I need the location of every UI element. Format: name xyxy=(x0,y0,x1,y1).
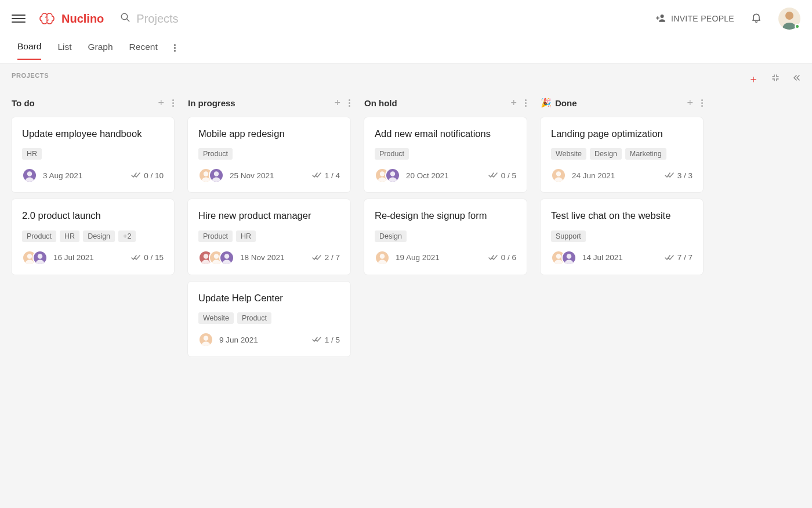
progress-text: 0 / 10 xyxy=(144,171,164,180)
card-tags: ProductHRDesign+2 xyxy=(22,230,164,242)
checklist-icon xyxy=(665,254,674,261)
svg-point-2 xyxy=(661,15,664,18)
column-title: In progress xyxy=(188,98,235,108)
avatar xyxy=(22,168,37,183)
column-menu-icon[interactable] xyxy=(701,99,703,107)
progress-text: 1 / 4 xyxy=(325,171,340,180)
tag: Product xyxy=(237,312,271,324)
notifications-button[interactable] xyxy=(751,12,762,26)
tag: HR xyxy=(236,230,256,242)
column-menu-icon[interactable] xyxy=(525,99,527,107)
progress-text: 1 / 5 xyxy=(325,336,340,344)
tag: Product xyxy=(22,230,56,242)
svg-point-3 xyxy=(785,12,793,20)
column-title: To do xyxy=(12,98,35,108)
svg-point-13 xyxy=(214,172,219,176)
invite-label: INVITE PEOPLE xyxy=(671,14,734,23)
tab-graph[interactable]: Graph xyxy=(88,42,113,59)
card-title: 2.0 product launch xyxy=(22,210,164,222)
tag: Website xyxy=(551,148,586,160)
avatar xyxy=(385,168,400,183)
column-menu-icon[interactable] xyxy=(172,99,174,107)
card-date: 18 Nov 2021 xyxy=(240,253,285,262)
card-title: Landing page optimization xyxy=(551,128,693,140)
board-card[interactable]: 2.0 product launchProductHRDesign+216 Ju… xyxy=(12,199,174,274)
card-progress: 0 / 15 xyxy=(131,253,164,262)
column-title: Done xyxy=(555,98,577,108)
progress-text: 0 / 6 xyxy=(501,253,516,262)
svg-point-31 xyxy=(556,254,561,258)
avatar xyxy=(561,250,577,265)
checklist-icon xyxy=(665,172,674,179)
board-card[interactable]: Re-design the signup formDesign19 Aug 20… xyxy=(364,199,527,274)
card-tags: Product xyxy=(198,148,340,160)
checklist-icon xyxy=(312,254,321,261)
card-avatars xyxy=(198,332,213,347)
board-card[interactable]: Update Help CenterWebsiteProduct9 Jun 20… xyxy=(188,282,350,356)
add-card-button[interactable]: + xyxy=(510,98,517,108)
add-column-button[interactable]: ＋ xyxy=(748,72,759,86)
card-progress: 3 / 3 xyxy=(665,171,693,180)
board-column: To do+Update employee handbookHR3 Aug 20… xyxy=(12,98,174,363)
svg-point-11 xyxy=(204,172,208,176)
svg-point-27 xyxy=(380,254,385,258)
card-title: Add new email notifications xyxy=(375,128,516,140)
card-date: 19 Aug 2021 xyxy=(396,253,440,262)
svg-point-19 xyxy=(224,254,229,258)
card-avatars xyxy=(551,250,577,265)
avatar xyxy=(375,250,390,265)
card-tags: ProductHR xyxy=(198,230,340,242)
card-progress: 7 / 7 xyxy=(665,253,693,262)
user-avatar[interactable] xyxy=(778,8,800,30)
add-card-button[interactable]: + xyxy=(158,98,164,108)
menu-button[interactable] xyxy=(12,12,26,26)
card-date: 14 Jul 2021 xyxy=(582,253,623,262)
svg-point-29 xyxy=(556,172,561,176)
board-card[interactable]: Hire new product managerProductHR18 Nov … xyxy=(188,199,350,274)
svg-point-15 xyxy=(204,254,208,258)
add-card-button[interactable]: + xyxy=(687,98,693,108)
invite-person-icon xyxy=(656,13,666,25)
board-card[interactable]: Test live chat on the websiteSupport14 J… xyxy=(541,199,703,274)
collapse-columns-icon[interactable] xyxy=(792,74,800,84)
card-tags: WebsiteProduct xyxy=(198,312,340,324)
collapse-icon[interactable] xyxy=(771,74,780,84)
tag: Website xyxy=(198,312,234,324)
add-card-button[interactable]: + xyxy=(334,98,340,108)
brain-icon xyxy=(39,12,57,26)
tab-board[interactable]: Board xyxy=(17,41,41,60)
invite-people-button[interactable]: INVITE PEOPLE xyxy=(656,13,734,25)
card-tags: HR xyxy=(22,148,164,160)
search-icon xyxy=(120,12,130,25)
board-card[interactable]: Update employee handbookHR3 Aug 20210 / … xyxy=(12,117,174,192)
svg-point-7 xyxy=(27,254,32,258)
board-card[interactable]: Add new email notificationsProduct20 Oct… xyxy=(364,117,527,192)
tab-recent[interactable]: Recent xyxy=(129,42,158,59)
tag: Product xyxy=(198,148,233,160)
card-date: 20 Oct 2021 xyxy=(406,171,449,180)
avatar xyxy=(209,168,224,183)
progress-text: 2 / 7 xyxy=(325,253,340,262)
tab-list[interactable]: List xyxy=(57,42,71,59)
progress-text: 7 / 7 xyxy=(677,253,693,262)
board-column: In progress+Mobile app redesignProduct25… xyxy=(188,98,350,363)
tabs-more-icon[interactable] xyxy=(174,44,176,56)
view-tabs: BoardListGraphRecent xyxy=(0,37,812,64)
card-progress: 1 / 5 xyxy=(312,336,340,344)
search-input[interactable] xyxy=(136,12,252,26)
svg-point-5 xyxy=(27,172,32,176)
board-card[interactable]: Mobile app redesignProduct25 Nov 20211 /… xyxy=(188,117,350,192)
checklist-icon xyxy=(131,172,140,179)
card-tags: Support xyxy=(551,230,693,242)
svg-point-9 xyxy=(38,254,42,258)
tag: Design xyxy=(83,230,115,242)
checklist-icon xyxy=(488,254,498,261)
card-tags: Design xyxy=(375,230,516,242)
card-date: 3 Aug 2021 xyxy=(43,171,82,180)
app-name: Nuclino xyxy=(61,12,104,26)
column-menu-icon[interactable] xyxy=(349,99,350,107)
card-date: 24 Jun 2021 xyxy=(572,171,615,180)
board-card[interactable]: Landing page optimizationWebsiteDesignMa… xyxy=(541,117,703,192)
app-logo[interactable]: Nuclino xyxy=(39,12,104,26)
avatar xyxy=(219,250,234,265)
